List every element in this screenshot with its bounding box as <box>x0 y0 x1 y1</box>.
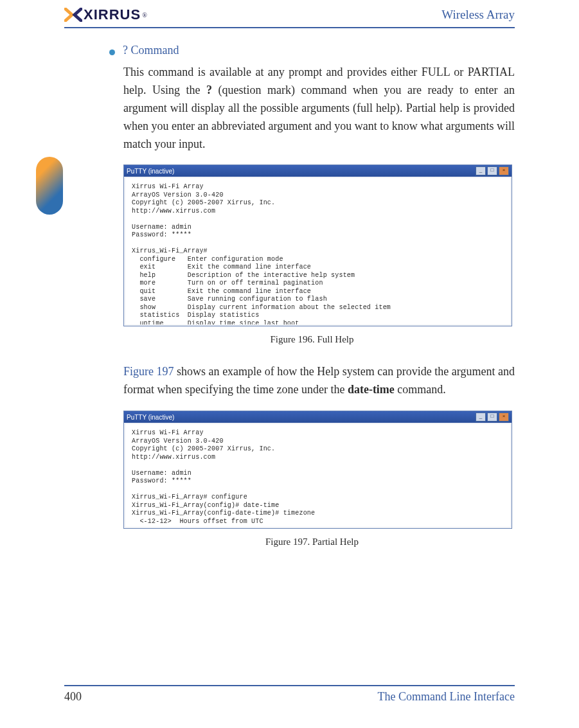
figure-197-link[interactable]: Figure 197 <box>123 365 174 378</box>
logo-registered: ® <box>142 12 147 19</box>
page-header: XIRRUS ® Wireless Array <box>64 5 515 28</box>
page: XIRRUS ® Wireless Array ? Command This c… <box>0 0 579 728</box>
terminal-titlebar: PuTTY (inactive) _ □ × <box>124 411 512 423</box>
minimize-button[interactable]: _ <box>476 413 486 422</box>
bullet-icon <box>109 49 115 55</box>
page-footer: 400 The Command Line Interface <box>64 685 515 704</box>
minimize-button[interactable]: _ <box>476 166 486 175</box>
side-tab-decoration <box>36 157 63 215</box>
para2-text-b: command. <box>395 383 446 396</box>
logo-text: XIRRUS <box>84 6 141 23</box>
terminal-body: Xirrus Wi-Fi Array ArrayOS Version 3.0-4… <box>125 424 510 527</box>
page-number: 400 <box>64 690 82 704</box>
para2-text-a: shows an example of how the Help system … <box>123 365 515 396</box>
titlebar-buttons: _ □ × <box>476 413 509 422</box>
document-title: Wireless Array <box>441 8 515 22</box>
figure-197-caption: Figure 197. Partial Help <box>109 537 515 547</box>
logo-mark-icon <box>64 8 82 22</box>
paragraph-1: This command is available at any prompt … <box>123 64 515 153</box>
terminal-title: PuTTY (inactive) <box>127 168 174 175</box>
paragraph-2: Figure 197 shows an example of how the H… <box>123 363 515 399</box>
section-heading: ? Command <box>109 44 515 57</box>
footer-section-title: The Command Line Interface <box>378 690 515 704</box>
logo: XIRRUS ® <box>64 6 147 23</box>
close-button[interactable]: × <box>499 166 509 175</box>
terminal-body: Xirrus Wi-Fi Array ArrayOS Version 3.0-4… <box>125 178 510 324</box>
terminal-window-partial-help: PuTTY (inactive) _ □ × Xirrus Wi-Fi Arra… <box>123 411 512 529</box>
terminal-window-full-help: PuTTY (inactive) _ □ × Xirrus Wi-Fi Arra… <box>123 164 512 326</box>
maximize-button[interactable]: □ <box>487 166 497 175</box>
content-area: ? Command This command is available at a… <box>64 28 515 547</box>
para2-bold: date-time <box>348 383 395 396</box>
terminal-titlebar: PuTTY (inactive) _ □ × <box>124 165 512 177</box>
heading-text: ? Command <box>123 44 179 57</box>
para1-bold: ? <box>206 84 212 96</box>
close-button[interactable]: × <box>499 413 509 422</box>
terminal-title: PuTTY (inactive) <box>127 414 174 421</box>
titlebar-buttons: _ □ × <box>476 166 509 175</box>
figure-196-caption: Figure 196. Full Help <box>109 334 515 345</box>
maximize-button[interactable]: □ <box>487 413 497 422</box>
